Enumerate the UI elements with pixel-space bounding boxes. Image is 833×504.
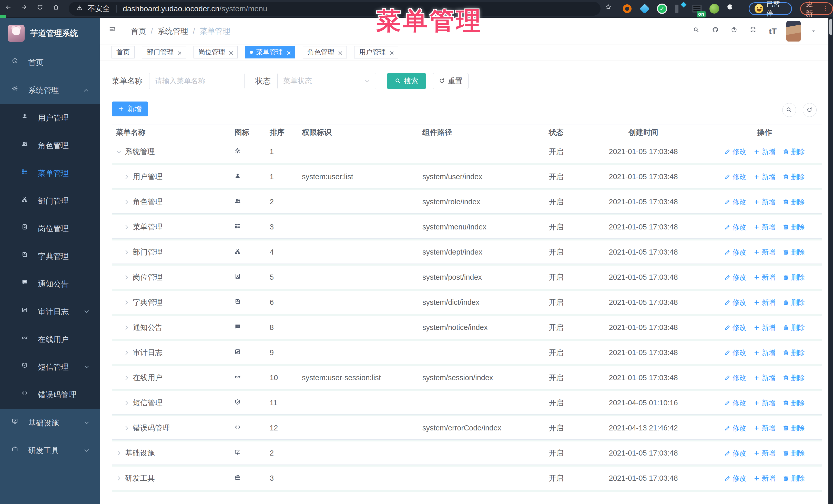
action-trash-link[interactable]: 删除: [783, 323, 805, 332]
action-trash-link[interactable]: 删除: [783, 248, 805, 257]
action-trash-link[interactable]: 删除: [783, 147, 805, 157]
sidebar-item-12[interactable]: 错误码管理: [0, 381, 100, 409]
action-trash-link[interactable]: 删除: [783, 348, 805, 357]
browser-update-button[interactable]: 更新: [800, 2, 833, 15]
tab-2[interactable]: 岗位管理: [193, 46, 238, 58]
sidebar-item-14[interactable]: 研发工具: [0, 437, 100, 464]
extension-orange-ring[interactable]: [622, 3, 633, 14]
extension-columns[interactable]: [674, 3, 685, 14]
caret-icon[interactable]: [810, 28, 816, 34]
close-icon[interactable]: [337, 50, 342, 55]
action-trash-link[interactable]: 删除: [783, 298, 805, 307]
bookmark-button[interactable]: [605, 4, 614, 14]
action-edit-link[interactable]: 修改: [724, 298, 746, 307]
github-icon[interactable]: [712, 27, 721, 36]
close-icon[interactable]: [228, 50, 233, 55]
expand-row-icon[interactable]: [123, 199, 130, 205]
back-icon[interactable]: [5, 4, 14, 13]
extension-puzzle[interactable]: [726, 3, 737, 14]
sidebar-item-2[interactable]: 用户管理: [0, 104, 100, 132]
expand-row-icon[interactable]: [123, 174, 130, 180]
action-trash-link[interactable]: 删除: [783, 474, 805, 483]
fullscreen-icon[interactable]: [750, 27, 759, 36]
action-edit-link[interactable]: 修改: [724, 373, 746, 383]
action-plus-link[interactable]: 新增: [754, 298, 776, 307]
sidebar-item-3[interactable]: 角色管理: [0, 132, 100, 160]
sidebar-item-11[interactable]: 短信管理: [0, 353, 100, 381]
action-plus-link[interactable]: 新增: [754, 399, 776, 408]
help-icon[interactable]: [731, 27, 740, 36]
profile-paused-chip[interactable]: 已暂停: [749, 2, 792, 15]
sidebar-item-4[interactable]: 菜单管理: [0, 160, 100, 187]
action-edit-link[interactable]: 修改: [724, 399, 746, 408]
search-button[interactable]: 搜索: [387, 73, 426, 89]
expand-row-icon[interactable]: [123, 274, 130, 281]
expand-row-icon[interactable]: [123, 375, 130, 381]
action-trash-link[interactable]: 删除: [783, 424, 805, 433]
action-plus-link[interactable]: 新增: [754, 273, 776, 282]
expand-row-icon[interactable]: [116, 475, 122, 481]
action-edit-link[interactable]: 修改: [724, 172, 746, 182]
expand-row-icon[interactable]: [123, 400, 130, 406]
action-edit-link[interactable]: 修改: [724, 147, 746, 157]
tab-5[interactable]: 用户管理: [354, 46, 398, 58]
action-edit-link[interactable]: 修改: [724, 474, 746, 483]
action-edit-link[interactable]: 修改: [724, 449, 746, 458]
address-bar[interactable]: 不安全 dashboard.yudao.iocoder.cn/system/me…: [69, 2, 600, 16]
reset-button[interactable]: 重置: [433, 73, 469, 89]
action-edit-link[interactable]: 修改: [724, 222, 746, 232]
expand-row-icon[interactable]: [123, 350, 130, 356]
action-edit-link[interactable]: 修改: [724, 348, 746, 357]
scrollbar-thumb[interactable]: [829, 19, 832, 35]
tab-0[interactable]: 首页: [112, 46, 135, 58]
action-trash-link[interactable]: 删除: [783, 373, 805, 383]
close-icon[interactable]: [389, 50, 394, 55]
extension-green-check[interactable]: ✓: [657, 3, 668, 14]
action-edit-link[interactable]: 修改: [724, 197, 746, 207]
home-icon[interactable]: [53, 4, 62, 13]
search-icon[interactable]: [693, 27, 702, 36]
action-edit-link[interactable]: 修改: [724, 248, 746, 257]
action-plus-link[interactable]: 新增: [754, 248, 776, 257]
menu-name-input[interactable]: [149, 73, 244, 89]
url-text[interactable]: dashboard.yudao.iocoder.cn/system/menu: [123, 4, 267, 13]
tab-4[interactable]: 角色管理: [303, 46, 347, 58]
close-icon[interactable]: [286, 50, 290, 55]
sidebar-item-5[interactable]: 部门管理: [0, 187, 100, 215]
action-plus-link[interactable]: 新增: [754, 449, 776, 458]
status-select[interactable]: 菜单状态: [277, 73, 376, 89]
action-plus-link[interactable]: 新增: [754, 147, 776, 157]
extension-rows-on[interactable]: on: [691, 3, 703, 14]
action-edit-link[interactable]: 修改: [724, 323, 746, 332]
action-trash-link[interactable]: 删除: [783, 399, 805, 408]
expand-row-icon[interactable]: [123, 325, 130, 331]
hamburger-icon[interactable]: [109, 26, 119, 37]
close-icon[interactable]: [176, 50, 181, 55]
expand-row-icon[interactable]: [123, 249, 130, 255]
sidebar-item-9[interactable]: 审计日志: [0, 298, 100, 326]
action-plus-link[interactable]: 新增: [754, 424, 776, 433]
sidebar-logo-row[interactable]: 芋道管理系统: [0, 18, 100, 49]
action-trash-link[interactable]: 删除: [783, 222, 805, 232]
tab-3[interactable]: 菜单管理: [245, 46, 295, 58]
user-avatar[interactable]: [786, 21, 801, 42]
action-trash-link[interactable]: 删除: [783, 449, 805, 458]
tab-1[interactable]: 部门管理: [142, 46, 186, 58]
expand-row-icon[interactable]: [116, 450, 122, 456]
sidebar-item-13[interactable]: 基础设施: [0, 409, 100, 437]
action-plus-link[interactable]: 新增: [754, 474, 776, 483]
action-plus-link[interactable]: 新增: [754, 323, 776, 332]
sidebar-item-10[interactable]: 在线用户: [0, 326, 100, 353]
expand-row-icon[interactable]: [123, 299, 130, 306]
vertical-scrollbar[interactable]: [828, 18, 833, 504]
search-circle-button[interactable]: [782, 103, 796, 117]
add-button[interactable]: 新增: [112, 101, 148, 116]
action-trash-link[interactable]: 删除: [783, 273, 805, 282]
sidebar-item-1[interactable]: 系统管理: [0, 76, 100, 104]
extension-frog[interactable]: [709, 3, 720, 14]
forward-icon[interactable]: [21, 4, 30, 13]
sidebar-item-0[interactable]: 首页: [0, 49, 100, 76]
expand-row-icon[interactable]: [123, 224, 130, 230]
action-plus-link[interactable]: 新增: [754, 197, 776, 207]
action-plus-link[interactable]: 新增: [754, 222, 776, 232]
